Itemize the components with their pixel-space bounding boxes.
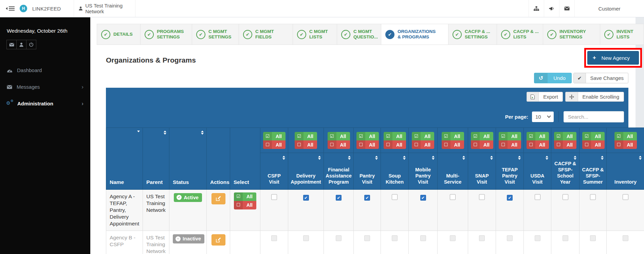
deselect-all-button[interactable]: ☐All xyxy=(471,140,493,149)
sort-icon[interactable] xyxy=(432,156,435,160)
column-header-program[interactable]: Mobile Pantry Visit xyxy=(409,153,438,190)
program-checkbox[interactable] xyxy=(336,235,342,241)
messages-button[interactable] xyxy=(559,0,574,17)
column-header-program[interactable]: USDA Visit xyxy=(524,153,551,190)
program-checkbox[interactable]: ✔ xyxy=(420,195,426,201)
program-checkbox[interactable] xyxy=(392,235,398,241)
sort-icon[interactable] xyxy=(403,156,406,160)
sort-icon[interactable] xyxy=(282,156,285,160)
program-checkbox[interactable] xyxy=(479,235,485,241)
program-checkbox[interactable] xyxy=(420,235,426,241)
select-all-button[interactable]: ☑All xyxy=(295,132,317,140)
program-checkbox[interactable] xyxy=(623,194,628,200)
tab-cacfp-settings[interactable]: ✔ CACFP & ... SETTINGS xyxy=(448,24,497,45)
column-header-program[interactable]: TEFAP Pantry Visit xyxy=(496,153,524,190)
select-all-button[interactable]: ☑All xyxy=(471,132,493,140)
select-all-button[interactable]: ☑All xyxy=(384,132,406,140)
program-checkbox[interactable] xyxy=(364,235,370,241)
tab-inventory-settings[interactable]: ✔ INVENTORY SETTINGS xyxy=(543,24,600,45)
tab-organizations-programs[interactable]: ✔ ORGANIZATIONS & PROGRAMS xyxy=(381,24,448,45)
sort-icon[interactable] xyxy=(490,156,493,160)
deselect-all-button[interactable]: ☐All xyxy=(412,140,434,149)
per-page-select[interactable]: 10 xyxy=(532,112,554,122)
quick-messages-button[interactable] xyxy=(6,40,17,49)
tab-programs-settings[interactable]: ✔ PROGRAMS SETTINGS xyxy=(141,24,192,45)
column-header-program[interactable]: CACFP & SFSP-Summer xyxy=(579,153,607,190)
column-header-program[interactable]: SNAP Visit xyxy=(468,153,496,190)
program-checkbox[interactable] xyxy=(535,235,540,241)
program-checkbox[interactable]: ✔ xyxy=(336,195,342,201)
program-checkbox[interactable] xyxy=(271,235,277,241)
export-button[interactable]: x Export xyxy=(527,92,563,102)
sitemap-button[interactable] xyxy=(529,0,544,17)
program-checkbox[interactable]: ✔ xyxy=(507,195,513,201)
program-checkbox[interactable] xyxy=(271,194,277,200)
deselect-all-button[interactable]: ☐All xyxy=(356,140,379,149)
quick-profile-button[interactable] xyxy=(16,40,26,49)
deselect-all-button[interactable]: ☐All xyxy=(554,140,576,149)
program-checkbox[interactable] xyxy=(392,194,398,200)
select-all-button[interactable]: ☑All xyxy=(499,132,521,140)
edit-agency-button[interactable] xyxy=(211,234,225,245)
deselect-all-button[interactable]: ☐All xyxy=(614,140,637,149)
program-checkbox[interactable] xyxy=(563,235,568,241)
sort-icon[interactable] xyxy=(574,156,576,160)
sort-icon[interactable] xyxy=(375,156,378,160)
program-checkbox[interactable] xyxy=(450,194,456,200)
column-header-select[interactable]: Select xyxy=(230,128,260,190)
program-checkbox[interactable] xyxy=(563,194,568,200)
sort-icon[interactable] xyxy=(546,156,548,160)
column-header-program[interactable]: Multi-Service xyxy=(438,153,468,190)
select-all-button[interactable]: ☑All xyxy=(328,132,350,140)
select-all-button[interactable]: ☑All xyxy=(527,132,549,140)
undo-button[interactable]: ↺ Undo xyxy=(534,73,572,83)
sort-desc-icon[interactable] xyxy=(137,131,140,132)
edit-agency-button[interactable] xyxy=(211,193,225,204)
column-header-program[interactable]: Financial Assistance Program xyxy=(324,153,354,190)
network-selector[interactable]: US Test Training Network xyxy=(74,0,135,17)
sidebar-item-administration[interactable]: ⚙⚙ Administration › xyxy=(0,95,90,112)
deselect-all-button[interactable]: ☐All xyxy=(263,140,286,149)
tab-c-mgmt-fields[interactable]: ✔ C MGMT FIELDS xyxy=(239,24,293,45)
column-header-program[interactable]: Soup Kitchen xyxy=(381,153,409,190)
tab-c-mgmt-settings[interactable]: ✔ C MGMT SETTINGS xyxy=(192,24,239,45)
sort-icon[interactable] xyxy=(201,131,204,135)
sidebar-toggle-button[interactable] xyxy=(6,5,15,12)
deselect-all-button[interactable]: ☐All xyxy=(234,201,256,209)
column-header-program[interactable]: CSFP Visit xyxy=(260,153,288,190)
select-all-button[interactable]: ☑All xyxy=(234,192,256,201)
program-checkbox[interactable] xyxy=(479,194,485,200)
column-header-program[interactable]: CACFP & SFSP-School Year xyxy=(551,153,579,190)
select-all-button[interactable]: ☑All xyxy=(442,132,464,140)
program-checkbox[interactable] xyxy=(623,235,628,241)
deselect-all-button[interactable]: ☐All xyxy=(328,140,350,149)
tab-c-mgmt-questions[interactable]: ✔ C MGMT QUESTIO... xyxy=(337,24,381,45)
column-header-program[interactable]: Delivery Appointment xyxy=(288,153,324,190)
enable-scrolling-button[interactable]: Enable Scrolling xyxy=(565,92,624,102)
column-header-status[interactable]: Status xyxy=(169,128,207,190)
select-all-button[interactable]: ☑All xyxy=(554,132,576,140)
sort-icon[interactable] xyxy=(518,156,521,160)
program-checkbox[interactable] xyxy=(590,235,596,241)
program-checkbox[interactable]: ✔ xyxy=(364,195,370,201)
deselect-all-button[interactable]: ☐All xyxy=(442,140,464,149)
column-header-program[interactable]: Pantry Visit xyxy=(354,153,381,190)
program-checkbox[interactable] xyxy=(450,235,456,241)
deselect-all-button[interactable]: ☐All xyxy=(499,140,521,149)
sort-icon[interactable] xyxy=(601,156,604,160)
new-agency-button[interactable]: + New Agency xyxy=(587,51,639,65)
select-all-button[interactable]: ☑All xyxy=(614,132,637,140)
select-all-button[interactable]: ☑All xyxy=(356,132,379,140)
sort-icon[interactable] xyxy=(348,156,351,160)
sidebar-item-messages[interactable]: Messages › xyxy=(0,79,90,95)
sort-icon[interactable] xyxy=(318,156,321,160)
program-checkbox[interactable] xyxy=(535,194,540,200)
program-checkbox[interactable] xyxy=(303,235,309,241)
sort-icon[interactable] xyxy=(164,131,166,135)
tab-inventory-lists[interactable]: ✔ INVENT LISTS xyxy=(600,24,644,45)
tab-c-mgmt-lists[interactable]: ✔ C MGMT LISTS xyxy=(293,24,337,45)
save-changes-button[interactable]: ✔ Save Changes xyxy=(573,73,628,83)
deselect-all-button[interactable]: ☐All xyxy=(527,140,549,149)
tab-details[interactable]: ✔ DETAILS xyxy=(97,24,141,45)
deselect-all-button[interactable]: ☐All xyxy=(582,140,605,149)
